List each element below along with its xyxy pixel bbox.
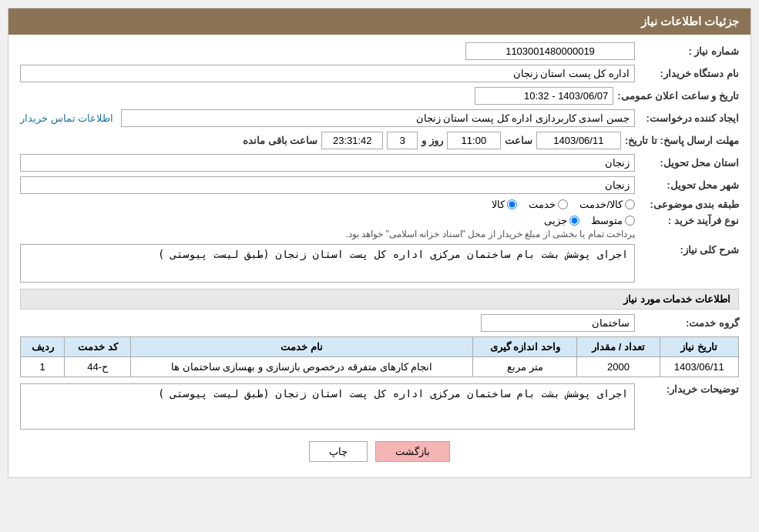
category-khedmat-radio[interactable] (558, 199, 568, 209)
category-label: طبقه بندی موضوعی: (639, 199, 739, 210)
service-group-value: ساختمان (481, 314, 635, 332)
col-quantity: تعداد / مقدار (577, 337, 660, 357)
need-number-label: شماره نیاز : (639, 45, 739, 57)
countdown-value: 23:31:42 (321, 132, 383, 149)
category-kala-khedmat-label: کالا/خدمت (579, 199, 623, 210)
buyer-desc-label: توضیحات خریدار: (639, 383, 739, 395)
col-unit: واحد اندازه گیری (473, 337, 577, 357)
col-name: نام خدمت (131, 337, 473, 357)
response-day-label: روز و (421, 135, 443, 146)
purchase-type-mottavaset-radio[interactable] (625, 216, 635, 226)
purchase-type-jazzi-radio[interactable] (569, 216, 579, 226)
announcement-date-label: تاریخ و ساعت اعلان عمومی: (617, 90, 739, 102)
city-value: زنجان (20, 176, 635, 194)
print-button[interactable]: چاپ (309, 441, 368, 462)
creator-label: ایجاد کننده درخواست: (639, 112, 739, 124)
service-group-label: گروه خدمت: (639, 317, 739, 329)
general-desc-textarea[interactable] (20, 244, 635, 283)
category-khedmat-label: خدمت (529, 199, 556, 210)
purchase-type-jazzi-label: جزیی (544, 215, 567, 226)
category-radio-group: کالا/خدمت خدمت کالا (492, 199, 635, 210)
response-time-label: ساعت (505, 135, 532, 146)
response-date: 1403/06/11 (536, 132, 621, 149)
need-number-value: 1103001480000019 (465, 42, 635, 60)
response-days: 3 (387, 132, 418, 149)
announcement-date-value: 1403/06/07 - 10:32 (475, 87, 613, 105)
button-row: بازگشت چاپ (20, 441, 739, 462)
province-label: استان محل تحویل: (639, 157, 739, 169)
category-kala-khedmat-radio[interactable] (625, 199, 635, 209)
services-table: تاریخ نیاز تعداد / مقدار واحد اندازه گیر… (20, 336, 739, 377)
requester-label: نام دستگاه خریدار: (639, 68, 739, 79)
table-row: 1403/06/112000متر مربعانجام کارهای متفرق… (21, 357, 739, 377)
panel-title: جزئیات اطلاعات نیاز (8, 8, 751, 35)
buyer-desc-textarea[interactable] (20, 383, 635, 430)
services-section-title: اطلاعات خدمات مورد نیاز (20, 289, 739, 309)
col-row: ردیف (21, 337, 65, 357)
city-label: شهر محل تحویل: (639, 179, 739, 191)
creator-value: جسن اسدی کاربردازی اداره کل پست استان زن… (121, 109, 635, 127)
category-kala-radio[interactable] (507, 199, 517, 209)
countdown-label: ساعت باقی مانده (243, 135, 317, 146)
response-time: 11:00 (447, 132, 501, 149)
response-deadline-label: مهلت ارسال پاسخ: تا تاریخ: (625, 135, 739, 146)
back-button[interactable]: بازگشت (375, 441, 450, 462)
province-value: زنجان (20, 154, 635, 172)
purchase-type-mottavaset-label: متوسط (591, 215, 623, 226)
contact-info-link[interactable]: اطلاعات تماس خریدار (20, 112, 113, 124)
col-code: کد خدمت (65, 337, 131, 357)
col-date: تاریخ نیاز (660, 337, 738, 357)
requester-value: اداره کل پست استان زنجان (20, 65, 635, 82)
general-desc-label: شرح کلی نیاز: (639, 244, 739, 256)
category-kala-label: کالا (492, 199, 505, 210)
purchase-type-label: نوع فرآیند خرید : (639, 215, 739, 226)
purchase-type-desc: پرداخت تمام یا بخشی از مبلغ خریدار از مح… (20, 229, 635, 239)
